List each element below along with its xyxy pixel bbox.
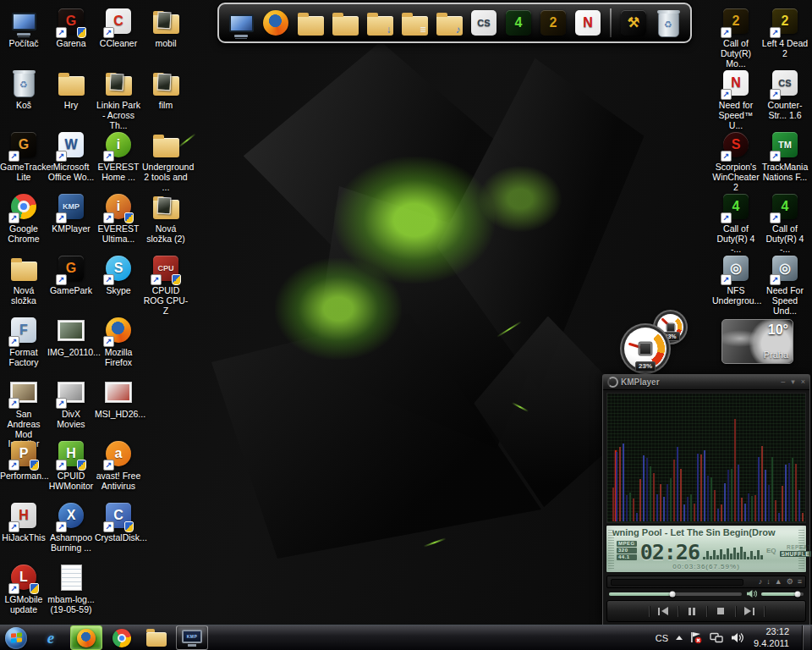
seek-bar[interactable] [609,592,742,596]
dock-item-firefox[interactable] [261,7,291,39]
taskbar-pin-chrome[interactable] [107,626,137,649]
desktop-icon-kmplayer[interactable]: KMP↗KMPlayer [47,189,95,251]
desktop-icon-google-chrome[interactable]: ↗Google Chrome [0,189,47,251]
desktop-icon-linkin-park-across-th[interactable]: Linkin Park - Across Th... [95,65,142,127]
previous-button[interactable] [650,605,678,618]
desktop-icon-cpuid-hwmonitor[interactable]: H↗CPUID HWMonitor [47,436,95,498]
desktop-icon-san-andreas-mod-installer[interactable]: ↗San Andreas Mod Installer [0,374,47,436]
weather-gadget[interactable]: 10° Praha [721,319,793,364]
desktop-icon-gametracker-lite[interactable]: G↗GameTracker Lite [0,127,47,189]
minimize-button[interactable]: – [781,378,785,386]
desktop-icon-call-of-duty-r-4[interactable]: 4↗Call of Duty(R) 4 -... [711,189,760,251]
eject-icon[interactable]: ▲ [775,578,782,586]
desktop-icon-need-for-speed-u[interactable]: N↗Need for Speed™ U... [711,65,760,127]
pause-button[interactable] [678,605,706,618]
taskbar-pin-internet-explorer[interactable]: e [36,626,66,649]
desktop-icon-crystaldisk[interactable]: C↗CrystalDisk... [95,498,142,559]
desktop-icon-call-of-duty-r-mo[interactable]: 2↗Call of Duty(R) Mo... [711,3,760,65]
dock-item-documents-folder[interactable]: ≡ [399,7,430,39]
always-on-top-button[interactable]: ▾ [791,378,795,386]
dock-item-computer[interactable] [226,7,256,39]
desktop-icon-hijackthis[interactable]: H↗HiJackThis [0,498,47,559]
desktop-icon-microsoft-office-wo[interactable]: W↗Microsoft Office Wo... [47,127,95,189]
stop-button[interactable] [707,605,735,618]
dock-item-need-for-speed[interactable]: N [573,7,603,39]
desktop-icon-trackmania-nations-f[interactable]: TM↗TrackMania Nations F... [760,127,809,189]
dock-item-left-4-dead[interactable]: 4 [503,7,534,39]
dock-item-folder-1[interactable] [295,7,326,39]
next-button[interactable] [736,605,764,618]
desktop-icon-avast-free-antivirus[interactable]: a↗avast! Free Antivirus [95,436,142,498]
desktop-icon-scorpion-s-wincheater-2[interactable]: S↗Scorpion's WinCheater 2 [711,127,760,189]
seek-thumb[interactable] [670,591,676,597]
taskbar-pin-firefox[interactable] [70,625,102,650]
taskbar-button-kmplayer[interactable]: KMP [176,625,208,650]
dock-item-recycle-bin[interactable] [653,7,683,39]
desktop-icon-film[interactable]: film [142,65,189,127]
desktop-icon-everest-ultima[interactable]: i↗EVEREST Ultima... [95,189,142,251]
desktop-icon-call-of-duty-r-4[interactable]: 4↗Call of Duty(R) 4 -... [760,189,809,251]
viz-bar [636,513,638,521]
desktop-icon-counter-str-1-6[interactable]: CS↗Counter-Str... 1.6 [760,65,809,127]
settings-icon[interactable]: ⚙ [787,578,793,586]
dock-item-folder-2[interactable] [330,7,360,39]
desktop-icon-underground-2-tools-and[interactable]: Underground 2 tools and ... [142,127,189,189]
desktop-icon-format-factory[interactable]: F↗Format Factory [0,312,47,374]
desktop-icon-ccleaner[interactable]: C↗CCleaner [95,3,142,65]
player-volume-icon[interactable] [746,589,757,598]
viz-bar [653,473,655,521]
taskbar-pin-explorer[interactable] [141,626,172,649]
desktop-icon-img-20110[interactable]: IMG_20110... [47,312,95,374]
desktop-icon-left-4-dead-2[interactable]: 2↗Left 4 Dead 2 [760,3,809,65]
desktop-icon-lgmobile-update[interactable]: L↗LGMobile update [0,559,47,621]
volume-bar[interactable] [761,592,804,596]
desktop-icon-hry[interactable]: Hry [47,65,95,127]
folder-icon [332,16,359,36]
dock-item-gold-tool[interactable]: ⚒ [618,7,649,39]
repeat-label[interactable]: REPEAT [787,544,811,550]
show-hidden-icons-arrow[interactable] [676,636,683,640]
desktop-icon-nov-slo-ka-2[interactable]: Nová složka (2) [142,189,189,251]
desktop-icon-divx-movies[interactable]: ↗DivX Movies [47,374,95,436]
desktop-icon-performan[interactable]: P↗Performan... [0,436,47,498]
volume-thumb[interactable] [795,591,801,597]
desktop-icon-po-ta[interactable]: Počítač [0,3,47,65]
analyzer-bar [747,557,749,559]
desktop-icon-skype[interactable]: S↗Skype [95,251,142,312]
viz-bar [633,499,634,521]
network-icon[interactable] [710,632,723,643]
shuffle-label[interactable]: SHUFFLE [780,551,811,557]
start-button[interactable] [5,627,27,649]
desktop-icon-mobil[interactable]: mobil [142,3,189,65]
desktop-icon-need-for-speed-und[interactable]: ◎↗Need For Speed Und... [760,251,809,312]
desktop-icon-gamepark[interactable]: G↗GamePark [47,251,95,312]
kmplayer-titlebar[interactable]: KMPlayer – ▾ × [603,375,809,390]
language-indicator[interactable]: CS [656,633,668,643]
playlist-icon[interactable]: ≡ [798,578,802,586]
show-desktop-button[interactable] [802,625,810,650]
eq-label[interactable]: EQ [766,547,776,554]
desktop-icon-cpuid-rog-cpu-z[interactable]: CPU↗CPUID ROG CPU-Z [142,251,189,312]
volume-icon[interactable] [731,632,743,643]
action-center-flag-icon[interactable] [690,631,702,644]
music-icon[interactable]: ♪ [759,578,763,586]
dock-item-counter-strike[interactable]: CS [469,7,499,39]
capture-icon[interactable]: ↓ [766,578,771,586]
dock-item-left-4-dead-2[interactable]: 2 [538,7,568,39]
desktop-icon-mozilla-firefox[interactable]: ↗Mozilla Firefox [95,312,142,374]
desktop-icon-ko[interactable]: Koš [0,65,47,127]
desktop-icon-everest-home[interactable]: i↗EVEREST Home ... [95,127,142,189]
desktop-icon-garena[interactable]: G↗Garena [47,3,95,65]
desktop-icon-nfs-undergrou[interactable]: ◎↗NFS Undergrou... [711,251,760,312]
close-button[interactable]: × [801,378,805,386]
desktop-icon-nov-slo-ka[interactable]: Nová složka [0,251,47,312]
cpu-gauge-gadget[interactable]: 23% [622,325,669,372]
dock-item-music-folder[interactable]: ♪ [434,7,464,39]
desktop-icon-msi-hd26[interactable]: MSI_HD26... [95,374,142,436]
desktop-icon-ashampoo-burning[interactable]: X↗Ashampoo Burning ... [47,498,95,559]
weather-city: Praha [764,350,788,360]
dock-item-downloads-folder[interactable]: ↓ [365,7,395,39]
taskbar-clock[interactable]: 23:12 9.4.2011 [754,626,789,650]
viz-bar [663,497,665,521]
desktop-icon-mbam-log-19-05-59[interactable]: mbam-log... (19-05-59) [47,559,95,621]
